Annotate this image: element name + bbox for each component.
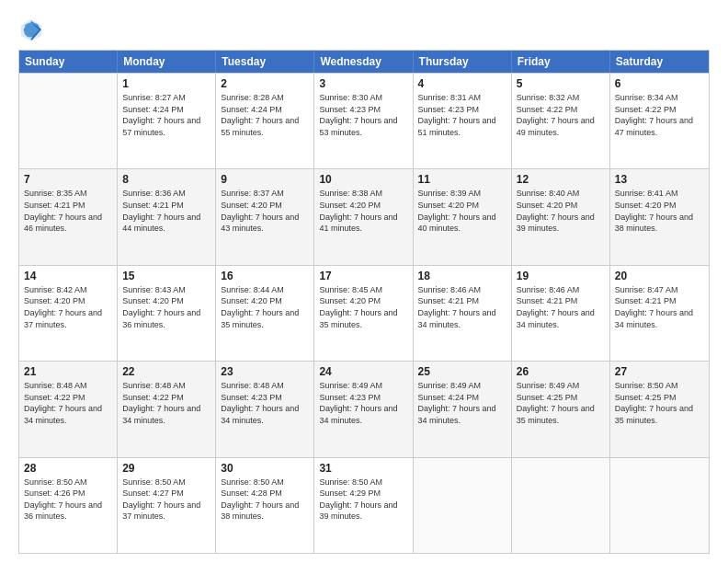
day-number: 16 [221, 270, 309, 282]
calendar-cell: 2Sunrise: 8:28 AMSunset: 4:24 PMDaylight… [216, 74, 314, 168]
day-info: Sunrise: 8:28 AMSunset: 4:24 PMDaylight:… [221, 92, 309, 138]
day-info: Sunrise: 8:50 AMSunset: 4:27 PMDaylight:… [122, 477, 210, 523]
day-info: Sunrise: 8:46 AMSunset: 4:21 PMDaylight:… [418, 284, 506, 330]
calendar-row-2: 7Sunrise: 8:35 AMSunset: 4:21 PMDaylight… [19, 168, 709, 264]
day-number: 17 [319, 270, 407, 282]
day-info: Sunrise: 8:50 AMSunset: 4:28 PMDaylight:… [221, 477, 309, 523]
day-number: 8 [122, 173, 210, 186]
day-info: Sunrise: 8:43 AMSunset: 4:20 PMDaylight:… [122, 284, 210, 330]
day-number: 31 [319, 462, 407, 475]
calendar-cell: 13Sunrise: 8:41 AMSunset: 4:20 PMDayligh… [610, 169, 709, 264]
header-cell-wednesday: Wednesday [314, 51, 413, 73]
header-cell-tuesday: Tuesday [216, 51, 314, 73]
day-number: 28 [24, 462, 112, 475]
day-number: 19 [517, 270, 605, 282]
day-number: 12 [517, 173, 605, 186]
calendar-cell: 28Sunrise: 8:50 AMSunset: 4:26 PMDayligh… [19, 458, 118, 553]
calendar-row-1: 1Sunrise: 8:27 AMSunset: 4:24 PMDaylight… [19, 73, 709, 168]
calendar-cell: 8Sunrise: 8:36 AMSunset: 4:21 PMDaylight… [118, 169, 216, 264]
calendar-row-3: 14Sunrise: 8:42 AMSunset: 4:20 PMDayligh… [19, 265, 709, 361]
day-info: Sunrise: 8:38 AMSunset: 4:20 PMDaylight:… [319, 188, 407, 234]
day-info: Sunrise: 8:47 AMSunset: 4:21 PMDaylight:… [615, 284, 704, 330]
day-number: 7 [24, 173, 112, 186]
calendar-cell: 27Sunrise: 8:50 AMSunset: 4:25 PMDayligh… [610, 362, 709, 456]
day-info: Sunrise: 8:37 AMSunset: 4:20 PMDaylight:… [221, 188, 309, 234]
calendar-cell [512, 458, 610, 553]
calendar-row-4: 21Sunrise: 8:48 AMSunset: 4:22 PMDayligh… [19, 361, 709, 456]
day-number: 5 [517, 77, 605, 90]
day-info: Sunrise: 8:49 AMSunset: 4:23 PMDaylight:… [319, 380, 407, 426]
calendar-row-5: 28Sunrise: 8:50 AMSunset: 4:26 PMDayligh… [19, 457, 709, 553]
calendar-cell: 12Sunrise: 8:40 AMSunset: 4:20 PMDayligh… [512, 169, 610, 264]
day-number: 18 [418, 270, 506, 282]
day-number: 6 [615, 77, 704, 90]
day-number: 13 [615, 173, 704, 186]
calendar-cell: 6Sunrise: 8:34 AMSunset: 4:22 PMDaylight… [610, 74, 709, 168]
day-info: Sunrise: 8:48 AMSunset: 4:22 PMDaylight:… [24, 380, 112, 426]
day-info: Sunrise: 8:27 AMSunset: 4:24 PMDaylight:… [122, 92, 210, 138]
calendar-cell: 9Sunrise: 8:37 AMSunset: 4:20 PMDaylight… [216, 169, 314, 264]
calendar-cell: 1Sunrise: 8:27 AMSunset: 4:24 PMDaylight… [118, 74, 216, 168]
day-info: Sunrise: 8:40 AMSunset: 4:20 PMDaylight:… [517, 188, 605, 234]
day-number: 1 [122, 77, 210, 90]
calendar-cell: 23Sunrise: 8:48 AMSunset: 4:23 PMDayligh… [216, 362, 314, 456]
day-info: Sunrise: 8:32 AMSunset: 4:22 PMDaylight:… [517, 92, 605, 138]
day-info: Sunrise: 8:35 AMSunset: 4:21 PMDaylight:… [24, 188, 112, 234]
calendar-cell: 3Sunrise: 8:30 AMSunset: 4:23 PMDaylight… [314, 74, 413, 168]
calendar-cell: 30Sunrise: 8:50 AMSunset: 4:28 PMDayligh… [216, 458, 314, 553]
calendar-cell: 17Sunrise: 8:45 AMSunset: 4:20 PMDayligh… [314, 266, 413, 361]
page: SundayMondayTuesdayWednesdayThursdayFrid… [0, 0, 728, 563]
day-info: Sunrise: 8:36 AMSunset: 4:21 PMDaylight:… [122, 188, 210, 234]
day-number: 10 [319, 173, 407, 186]
day-info: Sunrise: 8:49 AMSunset: 4:24 PMDaylight:… [418, 380, 506, 426]
day-info: Sunrise: 8:50 AMSunset: 4:25 PMDaylight:… [615, 380, 704, 426]
calendar-cell: 19Sunrise: 8:46 AMSunset: 4:21 PMDayligh… [512, 266, 610, 361]
day-number: 2 [221, 77, 309, 90]
day-number: 20 [615, 270, 704, 282]
calendar-cell: 15Sunrise: 8:43 AMSunset: 4:20 PMDayligh… [118, 266, 216, 361]
calendar-cell: 25Sunrise: 8:49 AMSunset: 4:24 PMDayligh… [414, 362, 512, 456]
day-number: 27 [615, 365, 704, 378]
calendar: SundayMondayTuesdayWednesdayThursdayFrid… [18, 50, 710, 554]
calendar-cell: 18Sunrise: 8:46 AMSunset: 4:21 PMDayligh… [414, 266, 512, 361]
calendar-cell: 11Sunrise: 8:39 AMSunset: 4:20 PMDayligh… [414, 169, 512, 264]
header-cell-monday: Monday [118, 51, 216, 73]
calendar-cell: 26Sunrise: 8:49 AMSunset: 4:25 PMDayligh… [512, 362, 610, 456]
header [18, 17, 710, 42]
calendar-cell: 22Sunrise: 8:48 AMSunset: 4:22 PMDayligh… [118, 362, 216, 456]
calendar-cell [19, 74, 118, 168]
calendar-cell: 20Sunrise: 8:47 AMSunset: 4:21 PMDayligh… [610, 266, 709, 361]
day-number: 23 [221, 365, 309, 378]
day-info: Sunrise: 8:48 AMSunset: 4:22 PMDaylight:… [122, 380, 210, 426]
day-number: 15 [122, 270, 210, 282]
day-info: Sunrise: 8:50 AMSunset: 4:29 PMDaylight:… [319, 477, 407, 523]
day-number: 11 [418, 173, 506, 186]
header-cell-thursday: Thursday [414, 51, 512, 73]
calendar-cell: 4Sunrise: 8:31 AMSunset: 4:23 PMDaylight… [414, 74, 512, 168]
day-number: 22 [122, 365, 210, 378]
day-info: Sunrise: 8:31 AMSunset: 4:23 PMDaylight:… [418, 92, 506, 138]
day-number: 14 [24, 270, 112, 282]
logo-icon [18, 17, 44, 42]
day-number: 30 [221, 462, 309, 475]
day-number: 26 [517, 365, 605, 378]
day-info: Sunrise: 8:42 AMSunset: 4:20 PMDaylight:… [24, 284, 112, 330]
day-number: 25 [418, 365, 506, 378]
calendar-cell: 10Sunrise: 8:38 AMSunset: 4:20 PMDayligh… [314, 169, 413, 264]
calendar-cell [414, 458, 512, 553]
day-number: 4 [418, 77, 506, 90]
day-info: Sunrise: 8:48 AMSunset: 4:23 PMDaylight:… [221, 380, 309, 426]
header-cell-sunday: Sunday [19, 51, 118, 73]
header-cell-saturday: Saturday [610, 51, 709, 73]
calendar-body: 1Sunrise: 8:27 AMSunset: 4:24 PMDaylight… [19, 73, 709, 553]
calendar-cell: 7Sunrise: 8:35 AMSunset: 4:21 PMDaylight… [19, 169, 118, 264]
day-number: 24 [319, 365, 407, 378]
calendar-cell [610, 458, 709, 553]
day-number: 21 [24, 365, 112, 378]
header-cell-friday: Friday [512, 51, 610, 73]
calendar-header: SundayMondayTuesdayWednesdayThursdayFrid… [19, 51, 709, 73]
day-info: Sunrise: 8:41 AMSunset: 4:20 PMDaylight:… [615, 188, 704, 234]
day-info: Sunrise: 8:50 AMSunset: 4:26 PMDaylight:… [24, 477, 112, 523]
calendar-cell: 5Sunrise: 8:32 AMSunset: 4:22 PMDaylight… [512, 74, 610, 168]
calendar-cell: 29Sunrise: 8:50 AMSunset: 4:27 PMDayligh… [118, 458, 216, 553]
